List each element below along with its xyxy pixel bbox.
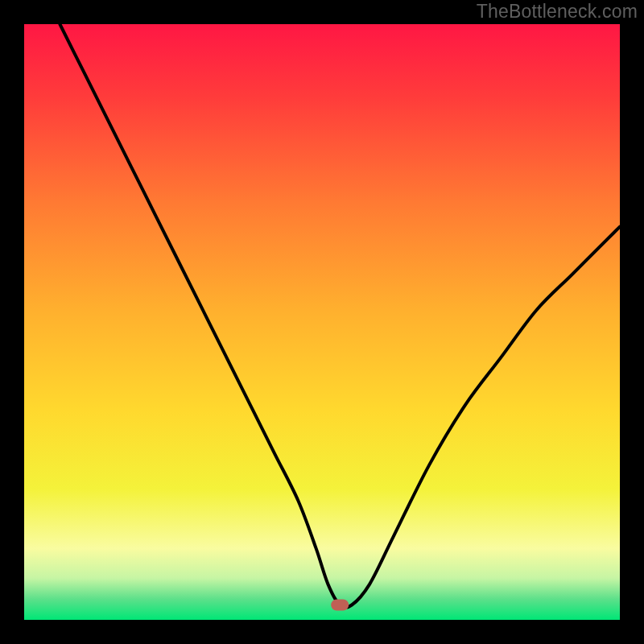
watermark-text: TheBottleneck.com bbox=[477, 1, 638, 23]
optimum-marker bbox=[331, 600, 349, 611]
bottleneck-chart: TheBottleneck.com bbox=[0, 0, 644, 644]
plot-background bbox=[24, 24, 620, 620]
chart-svg bbox=[0, 0, 644, 644]
